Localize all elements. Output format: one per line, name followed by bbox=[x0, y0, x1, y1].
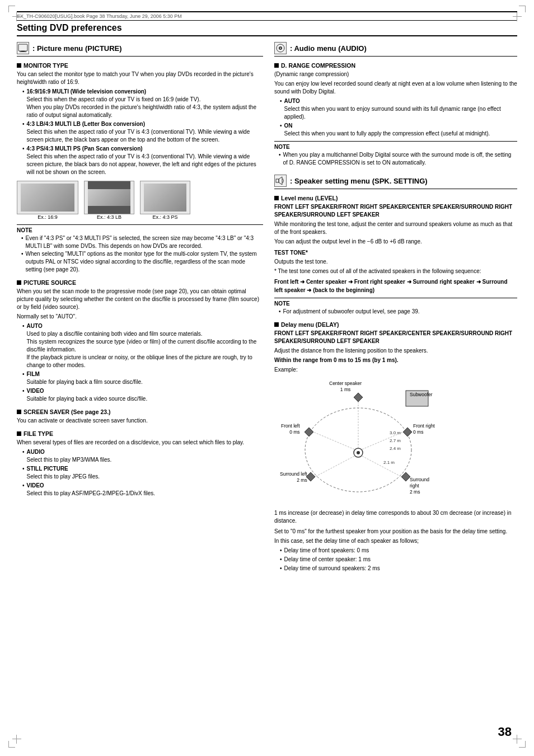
note-title: NOTE bbox=[274, 300, 517, 307]
svg-rect-6 bbox=[276, 179, 279, 182]
speaker-sequence: Front left ➜ Center speaker ➜ Front righ… bbox=[274, 278, 517, 294]
item-text: Used to play a disc/file containing both… bbox=[27, 331, 257, 368]
delay-item-front: Delay time of front speakers: 0 ms bbox=[284, 547, 369, 555]
picture-menu-title: : Picture menu (PICTURE) bbox=[17, 42, 263, 57]
delay-menu-heading: Delay menu (DELAY) bbox=[274, 321, 517, 328]
note-title: NOTE bbox=[274, 144, 517, 150]
svg-marker-14 bbox=[306, 472, 315, 481]
tv-image-wide bbox=[17, 181, 78, 214]
page-title: Setting DVD preferences bbox=[17, 23, 517, 36]
audio-icon bbox=[274, 42, 287, 54]
list-item: • AUDIO Select this to play MP3/WMA file… bbox=[22, 448, 263, 464]
level-subheading: FRONT LEFT SPEAKER/FRONT RIGHT SPEAKER/C… bbox=[274, 203, 517, 219]
list-item: • Delay time of front speakers: 0 ms bbox=[280, 547, 517, 555]
speaker-menu-title: : Speaker setting menu (SPK. SETTING) bbox=[274, 175, 517, 189]
test-tone-label: TEST TONE* bbox=[274, 249, 517, 257]
tv-image-ps bbox=[140, 181, 190, 214]
list-item: • AUTO Select this when you want to enjo… bbox=[280, 97, 517, 121]
header-bar: EX_TH-C906020[USUG].book Page 38 Thursda… bbox=[17, 11, 517, 21]
note-item: • When selecting "MULTI" options as the … bbox=[21, 250, 263, 274]
tv-examples: Ex.: 16:9 Ex.: 4:3 LB bbox=[17, 181, 263, 220]
delay-example-label: Example: bbox=[274, 366, 517, 374]
surround-right-label: Surround right 2 ms bbox=[410, 477, 437, 495]
asterisk-note: * The test tone comes out of all of the … bbox=[274, 267, 517, 275]
list-item: • 4:3 LB/4:3 MULTI LB (Letter Box conver… bbox=[22, 120, 263, 144]
svg-marker-7 bbox=[279, 177, 282, 185]
delay-subheading: FRONT LEFT SPEAKER/FRONT RIGHT SPEAKER/C… bbox=[274, 330, 517, 345]
black-square-icon bbox=[17, 280, 21, 285]
svg-text:2.1 m: 2.1 m bbox=[383, 460, 395, 465]
drange-subtitle: (Dynamic range compression) bbox=[274, 71, 517, 78]
drange-heading: D. RANGE COMPRESSION bbox=[274, 62, 517, 69]
black-square-icon bbox=[274, 63, 279, 68]
tv-example-lb: Ex.: 4:3 LB bbox=[84, 181, 134, 220]
note-item: • When you play a multichannel Dolby Dig… bbox=[279, 151, 517, 167]
item-text: Suitable for playing back a film source … bbox=[27, 379, 143, 385]
item-label: STILL PICTURE bbox=[27, 466, 68, 472]
picture-source-heading: PICTURE SOURCE bbox=[17, 279, 263, 286]
svg-line-21 bbox=[362, 456, 401, 477]
set-note2: In this case, set the delay time of each… bbox=[274, 537, 517, 545]
item-text: Select this when you want to enjoy surro… bbox=[284, 106, 501, 120]
item-text: Select this when the aspect ratio of you… bbox=[27, 129, 250, 143]
level-menu-heading: Level menu (LEVEL) bbox=[274, 195, 517, 201]
item-label: AUDIO bbox=[27, 449, 45, 455]
svg-text:2.4 m: 2.4 m bbox=[390, 446, 401, 451]
page-number: 38 bbox=[498, 725, 512, 739]
svg-text:2.7 m: 2.7 m bbox=[390, 438, 401, 443]
test-tone-text: Outputs the test tone. bbox=[274, 258, 517, 266]
tv-label-ps: Ex.: 4:3 PS bbox=[152, 214, 177, 220]
level-intro: While monitoring the test tone, adjust t… bbox=[274, 220, 517, 236]
svg-marker-15 bbox=[401, 472, 410, 481]
list-item: • VIDEO Suitable for playing back a vide… bbox=[22, 387, 263, 403]
level-note: NOTE • For adjustment of subwoofer outpu… bbox=[274, 298, 517, 316]
list-item: • STILL PICTURE Select this to play JPEG… bbox=[22, 465, 263, 481]
screen-saver-heading: SCREEN SAVER (See page 23.) bbox=[17, 408, 263, 415]
picture-source-intro: When you set the scan mode to the progre… bbox=[17, 288, 263, 311]
level-intro2: You can adjust the output level in the −… bbox=[274, 238, 517, 246]
drange-intro: You can enjoy low level recorded sound c… bbox=[274, 80, 517, 96]
drange-note: NOTE • When you play a multichannel Dolb… bbox=[274, 141, 517, 167]
item-text: Select this when the aspect ratio of you… bbox=[27, 153, 256, 175]
delay-item-center: Delay time of center speaker: 1 ms bbox=[284, 556, 371, 564]
list-item: • VIDEO Select this to play ASF/MPEG-2/M… bbox=[22, 482, 263, 497]
black-square-icon bbox=[274, 322, 279, 327]
audio-menu-title: : Audio menu (AUDIO) bbox=[274, 42, 517, 57]
item-text: Suitable for playing back a video source… bbox=[27, 396, 148, 402]
tv-example-wide: Ex.: 16:9 bbox=[17, 181, 78, 220]
svg-rect-0 bbox=[18, 44, 27, 51]
center-speaker-label: Center speaker 1 ms bbox=[329, 381, 362, 393]
list-item: • 16:9/16:9 MULTI (Wide television conve… bbox=[22, 88, 263, 119]
list-item: • Delay time of surround speakers: 2 ms bbox=[280, 565, 517, 572]
note-item: • For adjustment of subwoofer output lev… bbox=[279, 308, 517, 316]
picture-icon bbox=[17, 42, 29, 54]
item-text: Select this when the aspect ratio of you… bbox=[27, 96, 256, 118]
item-label: AUTO bbox=[284, 98, 300, 104]
delay-range: Within the range from 0 ms to 15 ms (by … bbox=[274, 356, 517, 364]
item-label: VIDEO bbox=[27, 388, 44, 394]
black-square-icon bbox=[274, 196, 279, 200]
note-item: • Even if "4:3 PS" or "4:3 MULTI PS" is … bbox=[21, 234, 263, 250]
black-square-icon bbox=[17, 410, 21, 414]
item-text: Select this to play JPEG files. bbox=[27, 473, 100, 480]
item-label: AUTO bbox=[27, 323, 43, 329]
monitor-type-intro: You can select the monitor type to match… bbox=[17, 71, 263, 86]
test-tone-section: TEST TONE* Outputs the test tone. * The … bbox=[274, 249, 517, 294]
svg-line-18 bbox=[313, 432, 354, 449]
item-label: ON bbox=[284, 123, 293, 129]
right-column: : Audio menu (AUDIO) D. RANGE COMPRESSIO… bbox=[274, 42, 517, 574]
svg-marker-13 bbox=[403, 428, 412, 436]
speaker-diagram: 3.0 m 2.7 m 2.4 m 2.1 m Center speaker 1… bbox=[280, 377, 437, 506]
diagram-note: 1 ms increase (or decrease) in delay tim… bbox=[274, 509, 517, 525]
speaker-icon bbox=[274, 175, 287, 187]
subwoofer-label: Subwoofer bbox=[410, 392, 433, 397]
tv-example-ps: Ex.: 4:3 PS bbox=[140, 181, 190, 220]
item-text: Select this to play ASF/MPEG-2/MPEG-1/Di… bbox=[27, 490, 156, 496]
item-label: 4:3 LB/4:3 MULTI LB (Letter Box conversi… bbox=[27, 121, 146, 127]
screen-saver-intro: You can activate or deactivate screen sa… bbox=[17, 417, 263, 425]
left-column: : Picture menu (PICTURE) MONITOR TYPE Yo… bbox=[17, 42, 263, 574]
list-item: • ON Select this when you want to fully … bbox=[280, 122, 517, 138]
list-item: • 4:3 PS/4:3 MULTI PS (Pan Scan conversi… bbox=[22, 145, 263, 176]
item-label: 16:9/16:9 MULTI (Wide television convers… bbox=[27, 88, 147, 95]
surround-left-label: Surround left 2 ms bbox=[280, 471, 307, 483]
